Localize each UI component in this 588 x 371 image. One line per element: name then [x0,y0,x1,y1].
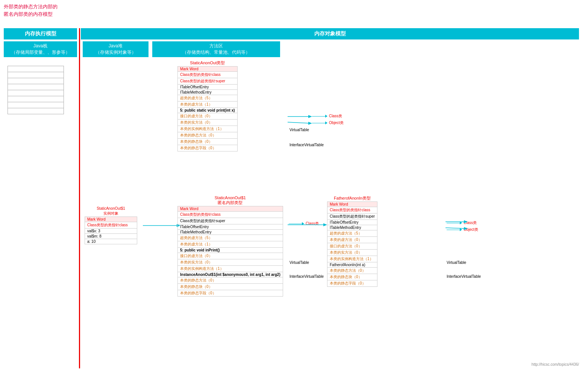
father-of-anon-in-table: Mark Word Class类型的类指针class Class类型的超类指针s… [327,201,377,287]
svg-marker-5 [308,122,312,125]
anon-inner-class-box: StaticAnonOut$1 匿名内部类型 Mark Word Class类型… [177,195,283,297]
watermark: http://hicsc.com/topics/4436/ [532,362,579,366]
object-model-header: 内存对象模型 [81,28,579,39]
stack-header: Java栈 （存储局部变量、、形参等） [4,41,77,57]
virtual-table-label-3: VirtualTable [447,260,466,265]
anon-inner-class-table: Mark Word Class类型的类指针class Class类型的超类指针s… [177,206,283,297]
method-header: 方法区 （存储类结构、常量池、代码等） [152,41,280,57]
instance-object-box: StaticAnonOut$1实例对象 Mark Word Class类型的类指… [85,206,137,244]
svg-marker-3 [308,115,312,118]
exec-model-header: 内存执行模型 [4,28,77,39]
heap-header: Java堆 （存储实例对象等） [83,41,149,57]
interface-virtual-table-label-1: InterfaceVirtualTable [289,143,324,147]
static-anon-out-class-table: Mark Word Class类型的类指针class Class类型的超类指针s… [177,66,238,151]
interface-virtual-table-label-3: InterfaceVirtualTable [447,274,481,279]
object-ref-3: Object类 [447,227,478,232]
instance-to-class-arrow [143,222,180,229]
interface-virtual-table-label-2: InterfaceVirtualTable [289,274,324,279]
vertical-divider [79,28,80,368]
virtual-table-label-1: VirtualTable [289,128,309,132]
svg-line-4 [288,122,311,123]
stack-frames [8,66,64,114]
class-ref-2: Class类 [289,221,319,226]
class-ref-3: Class类 [447,220,477,226]
svg-marker-7 [323,223,327,226]
father-of-anon-in-box: FatherofAnonIn类型 Mark Word Class类型的类指针cl… [327,195,377,287]
class-ref-1: Class类 [312,114,342,119]
static-anon-out-class-box: StaticAnonOut类型 Mark Word Class类型的类指针cla… [177,60,238,151]
virtual-table-label-2: VirtualTable [289,260,309,265]
object-ref-1: Object类 [312,120,344,126]
page-title: 外部类的静态方法内部的 匿名内部类的内存模型 [4,3,58,18]
